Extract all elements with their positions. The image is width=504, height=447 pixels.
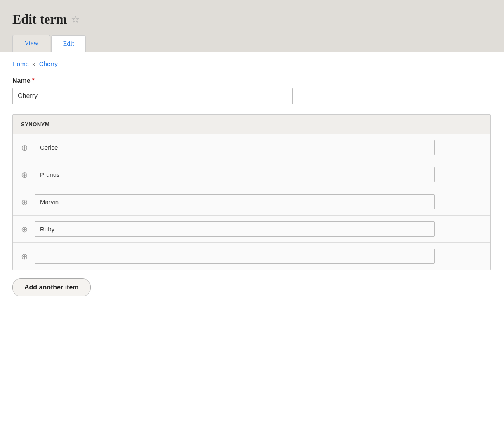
synonym-row: ⊕: [13, 216, 490, 243]
drag-handle-icon[interactable]: ⊕: [21, 197, 28, 207]
drag-handle-icon[interactable]: ⊕: [21, 143, 28, 153]
synonym-row: ⊕: [13, 161, 490, 188]
tabs-row: View Edit: [12, 35, 492, 52]
breadcrumb: Home » Cherry: [12, 60, 492, 67]
name-input[interactable]: [12, 88, 293, 104]
synonym-section-header: SYNONYM: [13, 115, 490, 134]
drag-handle-icon[interactable]: ⊕: [21, 252, 28, 261]
drag-handle-icon[interactable]: ⊕: [21, 224, 28, 234]
synonym-row: ⊕: [13, 134, 490, 161]
synonym-row: ⊕: [13, 243, 490, 270]
page-header: Edit term ☆ View Edit: [0, 0, 504, 52]
tab-view[interactable]: View: [12, 35, 50, 52]
breadcrumb-separator: »: [32, 60, 35, 67]
synonym-input-1[interactable]: [35, 140, 435, 155]
add-another-item-button[interactable]: Add another item: [12, 278, 91, 296]
synonym-section: SYNONYM ⊕ ⊕ ⊕ ⊕ ⊕: [12, 114, 491, 270]
synonym-input-4[interactable]: [35, 221, 435, 237]
page-content: Home » Cherry Name * SYNONYM ⊕ ⊕ ⊕ ⊕: [0, 52, 504, 305]
required-marker: *: [32, 77, 35, 85]
favorite-star-icon[interactable]: ☆: [71, 14, 80, 25]
synonym-row: ⊕: [13, 188, 490, 216]
breadcrumb-home-link[interactable]: Home: [12, 60, 29, 67]
synonym-input-2[interactable]: [35, 167, 435, 182]
breadcrumb-current-link[interactable]: Cherry: [39, 60, 58, 67]
page-title: Edit term: [12, 12, 67, 27]
synonym-header-label: SYNONYM: [21, 121, 49, 127]
synonym-input-3[interactable]: [35, 194, 435, 209]
name-field-label: Name *: [12, 77, 492, 85]
drag-handle-icon[interactable]: ⊕: [21, 170, 28, 180]
name-field-section: Name *: [12, 77, 492, 104]
tab-edit[interactable]: Edit: [51, 35, 86, 52]
synonym-input-5[interactable]: [35, 249, 435, 264]
